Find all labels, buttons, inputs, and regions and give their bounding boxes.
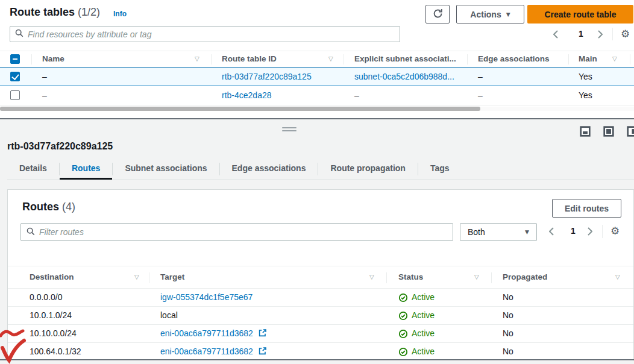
cell-main: Yes: [579, 68, 592, 86]
actions-button[interactable]: Actions ▼: [456, 5, 524, 24]
table-settings-gear-icon[interactable]: ⚙: [621, 29, 630, 39]
tab-routes[interactable]: Routes: [60, 158, 112, 180]
status-badge: Active: [398, 307, 435, 324]
route-table-id-link[interactable]: rtb-03d77af220c89a125: [222, 68, 312, 86]
cell-destination: 0.0.0.0/0: [30, 289, 63, 306]
route-row[interactable]: 10.0.1.0/24 local Active No: [8, 307, 633, 325]
route-type-select[interactable]: Both ▼: [460, 223, 537, 241]
split-panel-drag-handle-icon[interactable]: [282, 127, 297, 132]
table-row[interactable]: – rtb-4ce2da28 – – Yes: [0, 86, 634, 105]
sort-icon-target[interactable]: ▽: [369, 266, 374, 288]
route-tables-table-header: Name ▽ Route table ID ▽ Explicit subnet …: [0, 51, 634, 67]
caret-down-icon: ▼: [506, 11, 510, 17]
target-link[interactable]: eni-00ac6a797711d3682: [160, 325, 266, 343]
tab-details[interactable]: Details: [7, 158, 59, 180]
select-all-checkbox[interactable]: [10, 54, 20, 64]
cell-destination: 10.10.0.0/24: [30, 325, 77, 342]
toolbar-divider: [612, 28, 613, 40]
route-type-select-value: Both: [468, 227, 485, 237]
horizontal-scrollbar-thumb[interactable]: [0, 107, 480, 111]
column-divider: [568, 54, 569, 64]
status-badge: Active: [398, 343, 435, 360]
pagination-page-1[interactable]: 1: [574, 29, 588, 39]
row-checkbox[interactable]: [10, 90, 20, 100]
sort-icon-name[interactable]: ▽: [195, 51, 199, 67]
resource-search: [10, 26, 400, 42]
sort-icon-route-table-id[interactable]: ▽: [328, 51, 333, 67]
edit-routes-button[interactable]: Edit routes: [552, 199, 621, 218]
column-header-edge-associations[interactable]: Edge associations: [478, 51, 550, 67]
detail-panel: rtb-03d77af220c89a125 Details Routes Sub…: [0, 119, 634, 364]
column-header-target[interactable]: Target: [160, 266, 184, 288]
column-header-name[interactable]: Name: [42, 51, 64, 67]
routes-title-text: Routes: [22, 201, 59, 213]
cell-destination: 100.64.0.1/32: [30, 343, 81, 360]
sort-icon-propagated[interactable]: ▽: [615, 266, 620, 288]
routes-settings-gear-icon[interactable]: ⚙: [610, 226, 620, 236]
refresh-icon: [433, 8, 443, 20]
column-header-destination[interactable]: Destination: [30, 266, 74, 288]
cell-edge: –: [478, 68, 483, 86]
tab-edge-associations[interactable]: Edge associations: [220, 158, 318, 180]
routes-card-title: Routes (4): [22, 201, 75, 213]
status-active-icon: [398, 329, 408, 339]
detail-tabs: Details Routes Subnet associations Edge …: [7, 158, 634, 180]
column-divider: [344, 54, 344, 64]
row-checkbox[interactable]: [10, 72, 20, 81]
target-link-text: eni-00ac6a797711d3682: [160, 347, 253, 356]
page-title-text: Route tables: [10, 6, 75, 18]
refresh-button[interactable]: [425, 5, 450, 24]
sort-icon-destination[interactable]: ▽: [134, 266, 139, 288]
status-label: Active: [412, 343, 435, 360]
status-badge: Active: [398, 289, 435, 306]
column-header-route-table-id[interactable]: Route table ID: [222, 51, 277, 67]
column-header-propagated[interactable]: Propagated: [503, 266, 547, 288]
tab-subnet-associations[interactable]: Subnet associations: [113, 158, 219, 180]
sort-icon-status[interactable]: ▽: [474, 266, 479, 288]
panel-bottom-border: [0, 359, 634, 360]
route-tables-list-section: Route tables (1/2) Info Actions ▼ Create…: [0, 0, 634, 118]
routes-count: (4): [62, 201, 75, 213]
route-row[interactable]: 100.64.0.1/32 eni-00ac6a797711d3682 Acti…: [8, 343, 633, 361]
pagination-prev-icon[interactable]: [553, 30, 558, 40]
routes-filter-input[interactable]: [39, 227, 447, 237]
cell-edge: –: [478, 86, 483, 105]
route-table-id-link[interactable]: rtb-4ce2da28: [222, 86, 272, 105]
column-divider: [211, 54, 212, 64]
status-badge: Active: [398, 325, 435, 342]
panel-position-bottom-icon[interactable]: [580, 126, 591, 137]
column-header-status[interactable]: Status: [398, 266, 423, 288]
routes-card: Routes (4) Edit routes Both ▼ 1 ⚙ Destin…: [7, 189, 634, 360]
target-link[interactable]: eni-00ac6a797711d3682: [160, 343, 266, 361]
panel-position-center-icon[interactable]: [603, 126, 614, 137]
actions-button-label: Actions: [470, 10, 501, 19]
status-label: Active: [412, 307, 435, 324]
column-divider: [467, 54, 468, 64]
target-link-text: eni-00ac6a797711d3682: [160, 328, 253, 338]
routes-pagination-page-1[interactable]: 1: [566, 226, 580, 236]
create-route-table-button[interactable]: Create route table: [527, 5, 633, 24]
subnet-association-link[interactable]: subnet-0ca5c2d06b988d...: [354, 68, 454, 86]
column-divider: [31, 54, 32, 64]
column-divider: [149, 272, 149, 283]
route-row[interactable]: 0.0.0.0/0 igw-055374dc1f5e75e67 Active N…: [8, 289, 633, 307]
routes-pagination-prev-icon[interactable]: [549, 227, 554, 237]
external-link-icon: [259, 325, 266, 343]
column-header-main[interactable]: Main: [579, 51, 597, 67]
pagination-next-icon[interactable]: [598, 30, 603, 40]
search-icon: [27, 227, 35, 237]
tab-tags[interactable]: Tags: [418, 158, 462, 180]
column-header-explicit-subnet[interactable]: Explicit subnet associati...: [354, 51, 456, 67]
page-title-count: (1/2): [78, 6, 100, 18]
cell-propagated: No: [503, 325, 513, 342]
table-row[interactable]: – rtb-03d77af220c89a125 subnet-0ca5c2d06…: [0, 67, 634, 86]
routes-pagination-next-icon[interactable]: [588, 227, 592, 237]
target-link[interactable]: igw-055374dc1f5e75e67: [160, 289, 253, 306]
route-row[interactable]: 10.10.0.0/24 eni-00ac6a797711d3682 Activ…: [8, 325, 633, 343]
search-input[interactable]: [28, 30, 395, 39]
panel-position-side-icon[interactable]: [627, 126, 634, 137]
tab-route-propagation[interactable]: Route propagation: [318, 158, 417, 180]
sort-icon-main[interactable]: ▽: [612, 51, 617, 67]
column-divider: [386, 272, 387, 283]
info-link[interactable]: Info: [113, 10, 127, 18]
